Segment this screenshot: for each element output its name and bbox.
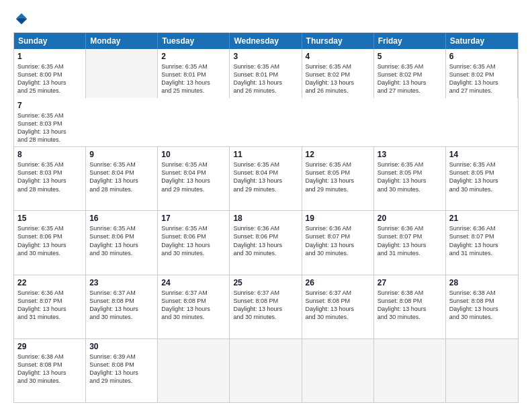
day-number: 2: [161, 52, 226, 61]
calendar-cell: 1Sunrise: 6:35 AMSunset: 8:00 PMDaylight…: [14, 49, 86, 98]
cell-info: Sunrise: 6:36 AMSunset: 8:07 PMDaylight:…: [449, 225, 498, 256]
calendar-cell: 22Sunrise: 6:36 AMSunset: 8:07 PMDayligh…: [14, 275, 86, 338]
calendar-cell: [374, 339, 446, 402]
day-number: 20: [378, 214, 442, 223]
calendar: SundayMondayTuesdayWednesdayThursdayFrid…: [13, 32, 519, 403]
calendar-cell: 13Sunrise: 6:35 AMSunset: 8:05 PMDayligh…: [374, 147, 446, 210]
calendar-row: 8Sunrise: 6:35 AMSunset: 8:03 PMDaylight…: [14, 146, 518, 210]
day-number: 24: [161, 278, 226, 287]
calendar-cell: 6Sunrise: 6:35 AMSunset: 8:02 PMDaylight…: [446, 49, 518, 98]
calendar-row: 1Sunrise: 6:35 AMSunset: 8:00 PMDaylight…: [14, 49, 518, 146]
cell-info: Sunrise: 6:36 AMSunset: 8:07 PMDaylight:…: [306, 225, 355, 256]
calendar-row: 29Sunrise: 6:38 AMSunset: 8:08 PMDayligh…: [14, 338, 518, 402]
header-day-wednesday: Wednesday: [230, 33, 302, 49]
day-number: 3: [233, 52, 298, 61]
calendar-cell: 21Sunrise: 6:36 AMSunset: 8:07 PMDayligh…: [446, 211, 518, 274]
calendar-cell: 11Sunrise: 6:35 AMSunset: 8:04 PMDayligh…: [230, 147, 302, 210]
day-number: 13: [378, 150, 442, 159]
cell-info: Sunrise: 6:35 AMSunset: 8:06 PMDaylight:…: [89, 225, 138, 256]
cell-info: Sunrise: 6:35 AMSunset: 8:03 PMDaylight:…: [17, 161, 66, 192]
calendar-header: SundayMondayTuesdayWednesdayThursdayFrid…: [14, 33, 518, 49]
calendar-cell: 5Sunrise: 6:35 AMSunset: 8:02 PMDaylight…: [374, 49, 446, 98]
calendar-cell: 7Sunrise: 6:35 AMSunset: 8:03 PMDaylight…: [14, 98, 86, 147]
day-number: 19: [306, 214, 370, 223]
day-number: 9: [89, 150, 154, 159]
day-number: 12: [306, 150, 370, 159]
day-number: 29: [17, 342, 82, 351]
cell-info: Sunrise: 6:36 AMSunset: 8:07 PMDaylight:…: [378, 225, 427, 256]
calendar-cell: 10Sunrise: 6:35 AMSunset: 8:04 PMDayligh…: [158, 147, 230, 210]
day-number: 30: [89, 342, 154, 351]
cell-info: Sunrise: 6:35 AMSunset: 8:01 PMDaylight:…: [161, 63, 210, 94]
cell-info: Sunrise: 6:38 AMSunset: 8:08 PMDaylight:…: [449, 289, 498, 320]
cell-info: Sunrise: 6:35 AMSunset: 8:04 PMDaylight:…: [89, 161, 138, 192]
calendar-cell: 24Sunrise: 6:37 AMSunset: 8:08 PMDayligh…: [158, 275, 230, 338]
day-number: 6: [449, 52, 514, 61]
cell-info: Sunrise: 6:37 AMSunset: 8:08 PMDaylight:…: [306, 289, 355, 320]
cell-info: Sunrise: 6:35 AMSunset: 8:00 PMDaylight:…: [17, 63, 66, 94]
day-number: 16: [89, 214, 154, 223]
calendar-cell: 12Sunrise: 6:35 AMSunset: 8:05 PMDayligh…: [302, 147, 374, 210]
cell-info: Sunrise: 6:38 AMSunset: 8:08 PMDaylight:…: [378, 289, 427, 320]
calendar-cell: [230, 339, 302, 402]
cell-info: Sunrise: 6:36 AMSunset: 8:06 PMDaylight:…: [233, 225, 282, 256]
calendar-cell: 8Sunrise: 6:35 AMSunset: 8:03 PMDaylight…: [14, 147, 86, 210]
calendar-page: SundayMondayTuesdayWednesdayThursdayFrid…: [0, 0, 532, 411]
calendar-row: 15Sunrise: 6:35 AMSunset: 8:06 PMDayligh…: [14, 210, 518, 274]
cell-info: Sunrise: 6:39 AMSunset: 8:08 PMDaylight:…: [89, 353, 138, 384]
calendar-cell: 14Sunrise: 6:35 AMSunset: 8:05 PMDayligh…: [446, 147, 518, 210]
calendar-cell: 28Sunrise: 6:38 AMSunset: 8:08 PMDayligh…: [446, 275, 518, 338]
cell-info: Sunrise: 6:35 AMSunset: 8:06 PMDaylight:…: [17, 225, 66, 256]
header-day-friday: Friday: [374, 33, 446, 49]
cell-info: Sunrise: 6:35 AMSunset: 8:03 PMDaylight:…: [17, 112, 66, 143]
calendar-body: 1Sunrise: 6:35 AMSunset: 8:00 PMDaylight…: [14, 49, 518, 402]
svg-marker-1: [16, 17, 28, 24]
calendar-cell: 27Sunrise: 6:38 AMSunset: 8:08 PMDayligh…: [374, 275, 446, 338]
calendar-cell: 25Sunrise: 6:37 AMSunset: 8:08 PMDayligh…: [230, 275, 302, 338]
calendar-cell: 17Sunrise: 6:35 AMSunset: 8:06 PMDayligh…: [158, 211, 230, 274]
calendar-cell: [302, 339, 374, 402]
calendar-cell: 3Sunrise: 6:35 AMSunset: 8:01 PMDaylight…: [230, 49, 302, 98]
day-number: 11: [233, 150, 298, 159]
cell-info: Sunrise: 6:35 AMSunset: 8:05 PMDaylight:…: [449, 161, 498, 192]
calendar-cell: [86, 49, 158, 98]
cell-info: Sunrise: 6:37 AMSunset: 8:08 PMDaylight:…: [161, 289, 210, 320]
header: [13, 12, 519, 26]
day-number: 18: [233, 214, 298, 223]
cell-info: Sunrise: 6:37 AMSunset: 8:08 PMDaylight:…: [89, 289, 138, 320]
calendar-cell: 26Sunrise: 6:37 AMSunset: 8:08 PMDayligh…: [302, 275, 374, 338]
calendar-cell: 9Sunrise: 6:35 AMSunset: 8:04 PMDaylight…: [86, 147, 158, 210]
calendar-cell: 2Sunrise: 6:35 AMSunset: 8:01 PMDaylight…: [158, 49, 230, 98]
day-number: 1: [17, 52, 82, 61]
header-day-sunday: Sunday: [14, 33, 86, 49]
day-number: 17: [161, 214, 226, 223]
day-number: 28: [449, 278, 515, 287]
cell-info: Sunrise: 6:35 AMSunset: 8:02 PMDaylight:…: [449, 63, 498, 94]
day-number: 4: [306, 52, 370, 61]
cell-info: Sunrise: 6:35 AMSunset: 8:04 PMDaylight:…: [233, 161, 282, 192]
day-number: 23: [89, 278, 154, 287]
calendar-cell: 29Sunrise: 6:38 AMSunset: 8:08 PMDayligh…: [14, 339, 86, 402]
day-number: 5: [378, 52, 442, 61]
day-number: 27: [378, 278, 442, 287]
day-number: 21: [449, 214, 515, 223]
day-number: 7: [17, 101, 83, 110]
cell-info: Sunrise: 6:35 AMSunset: 8:02 PMDaylight:…: [306, 63, 355, 94]
cell-info: Sunrise: 6:35 AMSunset: 8:06 PMDaylight:…: [161, 225, 210, 256]
day-number: 15: [17, 214, 82, 223]
cell-info: Sunrise: 6:38 AMSunset: 8:08 PMDaylight:…: [17, 353, 66, 384]
day-number: 22: [17, 278, 82, 287]
day-number: 26: [306, 278, 370, 287]
day-number: 14: [449, 150, 515, 159]
logo-icon: [15, 12, 28, 26]
calendar-cell: 23Sunrise: 6:37 AMSunset: 8:08 PMDayligh…: [86, 275, 158, 338]
calendar-cell: 19Sunrise: 6:36 AMSunset: 8:07 PMDayligh…: [302, 211, 374, 274]
header-day-monday: Monday: [86, 33, 158, 49]
calendar-cell: 20Sunrise: 6:36 AMSunset: 8:07 PMDayligh…: [374, 211, 446, 274]
cell-info: Sunrise: 6:35 AMSunset: 8:01 PMDaylight:…: [233, 63, 282, 94]
calendar-cell: 18Sunrise: 6:36 AMSunset: 8:06 PMDayligh…: [230, 211, 302, 274]
logo: [13, 12, 28, 26]
day-number: 25: [233, 278, 298, 287]
cell-info: Sunrise: 6:35 AMSunset: 8:05 PMDaylight:…: [378, 161, 427, 192]
calendar-cell: 4Sunrise: 6:35 AMSunset: 8:02 PMDaylight…: [302, 49, 374, 98]
